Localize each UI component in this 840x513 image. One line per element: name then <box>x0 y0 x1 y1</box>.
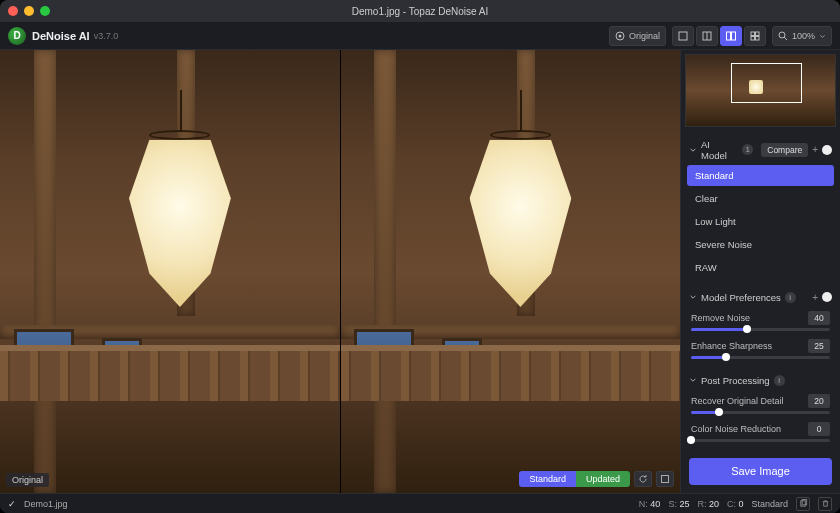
section-post-processing: Post Processing i Recover Original Detai… <box>681 367 840 450</box>
info-badge[interactable]: i <box>785 292 796 303</box>
svg-rect-7 <box>751 32 755 36</box>
view-sidebyside-button[interactable] <box>720 26 742 46</box>
view-grid-button[interactable] <box>744 26 766 46</box>
chevron-down-icon <box>689 376 697 384</box>
section-head-post-processing[interactable]: Post Processing i <box>681 371 840 390</box>
stat-r: R: 20 <box>697 499 719 509</box>
model-item-clear[interactable]: Clear <box>687 188 834 209</box>
auto-toggle[interactable] <box>822 292 832 302</box>
model-item-low-light[interactable]: Low Light <box>687 211 834 232</box>
chevron-down-icon <box>689 293 697 301</box>
chevron-down-icon <box>689 146 697 154</box>
section-ai-model: AI Model 1 Compare + Standard Clear Low … <box>681 131 840 284</box>
section-model-preferences: Model Preferences i + Remove Noise 40 En… <box>681 284 840 367</box>
model-item-raw[interactable]: RAW <box>687 257 834 278</box>
stat-c: C: 0 <box>727 499 744 509</box>
status-model: Standard <box>751 499 788 509</box>
navigator-viewport-rect[interactable] <box>731 63 803 103</box>
pane-processed[interactable]: Standard Updated <box>340 50 681 493</box>
svg-rect-13 <box>662 476 669 483</box>
trash-icon <box>821 499 830 508</box>
model-item-severe-noise[interactable]: Severe Noise <box>687 234 834 255</box>
slider-track[interactable] <box>691 439 830 442</box>
minimize-icon[interactable] <box>24 6 34 16</box>
grid-view-icon <box>750 31 760 41</box>
navigator-thumbnail[interactable] <box>685 54 836 127</box>
svg-line-12 <box>784 37 787 40</box>
slider-enhance-sharpness[interactable]: Enhance Sharpness 25 <box>681 335 840 363</box>
image-viewer[interactable]: Original Standard Updated <box>0 50 680 493</box>
close-icon[interactable] <box>8 6 18 16</box>
original-toggle-button[interactable]: Original <box>609 26 666 46</box>
svg-rect-8 <box>755 32 759 36</box>
split-view-icon <box>702 31 712 41</box>
checkmark-icon: ✓ <box>8 499 16 509</box>
enhance-sharpness-label: Enhance Sharpness <box>691 341 772 351</box>
zoom-dropdown[interactable]: 100% <box>772 26 832 46</box>
svg-rect-14 <box>800 501 805 506</box>
compare-refresh-button[interactable] <box>634 471 652 487</box>
model-item-standard[interactable]: Standard <box>687 165 834 186</box>
remove-noise-value[interactable]: 40 <box>808 311 830 325</box>
slider-track[interactable] <box>691 411 830 414</box>
view-single-button[interactable] <box>672 26 694 46</box>
svg-rect-2 <box>679 32 687 40</box>
color-noise-value[interactable]: 0 <box>808 422 830 436</box>
single-view-icon <box>678 31 688 41</box>
app-logo-icon: D <box>8 27 26 45</box>
slider-remove-noise[interactable]: Remove Noise 40 <box>681 307 840 335</box>
app-name: DeNoise AI <box>32 30 90 42</box>
sidebar: AI Model 1 Compare + Standard Clear Low … <box>680 50 840 493</box>
svg-point-1 <box>618 34 621 37</box>
titlebar: Demo1.jpg - Topaz DeNoise AI <box>0 0 840 22</box>
slider-recover-detail[interactable]: Recover Original Detail 20 <box>681 390 840 418</box>
recover-detail-label: Recover Original Detail <box>691 396 784 406</box>
status-filename[interactable]: Demo1.jpg <box>24 499 68 509</box>
content: Original Standard Updated <box>0 50 840 493</box>
compare-updated-label: Updated <box>576 471 630 487</box>
save-image-button[interactable]: Save Image <box>689 458 832 485</box>
magnifier-icon <box>778 31 788 41</box>
section-head-model-prefs[interactable]: Model Preferences i + <box>681 288 840 307</box>
plus-icon[interactable]: + <box>812 292 818 303</box>
auto-toggle[interactable] <box>822 145 832 155</box>
svg-rect-15 <box>802 499 807 504</box>
status-trash-button[interactable] <box>818 497 832 511</box>
compare-toggle[interactable]: Standard Updated <box>519 471 630 487</box>
original-tag: Original <box>6 473 49 487</box>
slider-track[interactable] <box>691 356 830 359</box>
svg-rect-6 <box>731 32 735 40</box>
section-head-ai-model[interactable]: AI Model 1 Compare + <box>681 135 840 165</box>
maximize-icon[interactable] <box>40 6 50 16</box>
enhance-sharpness-value[interactable]: 25 <box>808 339 830 353</box>
toolbar: D DeNoise AI v3.7.0 Original <box>0 22 840 50</box>
slider-track[interactable] <box>691 328 830 331</box>
chevron-down-icon <box>819 31 826 41</box>
info-badge[interactable]: i <box>774 375 785 386</box>
svg-point-11 <box>779 32 785 38</box>
window-title: Demo1.jpg - Topaz DeNoise AI <box>0 6 840 17</box>
compare-expand-button[interactable] <box>656 471 674 487</box>
status-copy-button[interactable] <box>796 497 810 511</box>
compare-bar: Standard Updated <box>519 471 674 487</box>
svg-rect-9 <box>751 36 755 40</box>
refresh-icon <box>638 474 648 484</box>
compare-button[interactable]: Compare <box>761 143 808 157</box>
recover-detail-value[interactable]: 20 <box>808 394 830 408</box>
pane-original[interactable]: Original <box>0 50 340 493</box>
slider-color-noise[interactable]: Color Noise Reduction 0 <box>681 418 840 446</box>
post-processing-label: Post Processing <box>701 375 770 386</box>
view-split-button[interactable] <box>696 26 718 46</box>
model-list: Standard Clear Low Light Severe Noise RA… <box>681 165 840 278</box>
svg-rect-10 <box>755 36 759 40</box>
circle-dot-icon <box>615 31 625 41</box>
model-prefs-label: Model Preferences <box>701 292 781 303</box>
plus-icon[interactable]: + <box>812 144 818 155</box>
app-version: v3.7.0 <box>94 31 119 41</box>
window-controls <box>8 6 50 16</box>
expand-icon <box>660 474 670 484</box>
compare-standard-label: Standard <box>519 471 576 487</box>
copy-icon <box>799 499 808 508</box>
sidebyside-view-icon <box>726 31 736 41</box>
zoom-label: 100% <box>792 31 815 41</box>
